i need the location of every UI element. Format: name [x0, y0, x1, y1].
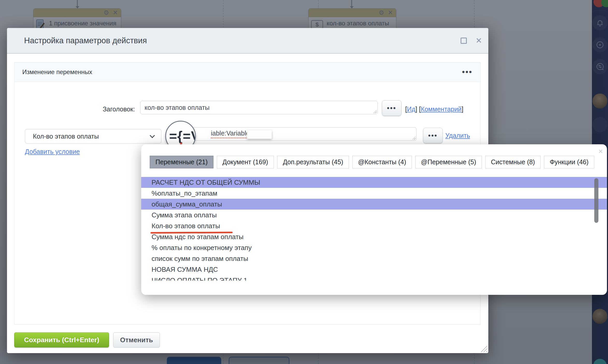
popup-scrollbar-thumb[interactable]	[594, 178, 598, 223]
comment-link[interactable]: Комментарий	[421, 105, 461, 113]
tab-2[interactable]: Доп.результаты (45)	[277, 156, 349, 168]
activity-menu-dots-icon[interactable]: •••	[462, 71, 473, 73]
variable-list: РАСЧЕТ НДС ОТ ОБЩЕЙ СУММЫ%оплаты_по_этап…	[141, 177, 607, 281]
list-item[interactable]: список сумм по этапам оплаты	[141, 253, 607, 264]
tab-5[interactable]: Системные (8)	[485, 156, 541, 168]
title-more-button[interactable]: •••	[382, 100, 402, 116]
add-condition-link[interactable]: Добавить условие	[25, 148, 80, 155]
list-item[interactable]: % оплаты по конкретному этапу	[141, 242, 607, 253]
tab-6[interactable]: Функции (46)	[544, 156, 594, 168]
modal-close-icon[interactable]: ✕	[476, 38, 482, 44]
variable-select-value: Кол-во этапов оплаты	[33, 133, 99, 140]
list-item-label: Сумма этапа оплаты	[152, 211, 217, 219]
list-item-label: РАСЧЕТ НДС ОТ ОБЩЕЙ СУММЫ	[152, 179, 260, 186]
variable-select[interactable]: Кол-во этапов оплаты	[25, 129, 161, 144]
modal-title: Настройка параметров действия	[24, 36, 147, 45]
tab-3[interactable]: @Константы (4)	[352, 156, 412, 168]
list-item[interactable]: общая_сумма_оплаты	[141, 199, 607, 210]
list-item-label: % оплаты по конкретному этапу	[152, 244, 252, 252]
screen: ⚙ ✕ 1 присвоение значения этапу 1	[0, 0, 608, 364]
delete-condition-link[interactable]: Удалить	[445, 132, 470, 139]
list-item-label: Сумма ндс по этапам оплаты	[152, 233, 244, 241]
bracket: ]	[462, 105, 463, 113]
list-item-label: ЧИСЛО ОПЛАТЫ ПО ЭТАПУ 1	[152, 276, 247, 281]
list-item[interactable]: Кол-во этапов оплаты	[141, 220, 607, 231]
title-input[interactable]: кол-во этапов оплаты	[140, 101, 378, 114]
cancel-button[interactable]: Отменить	[113, 332, 160, 347]
list-item[interactable]: НОВАЯ СУММА НДС	[141, 264, 607, 275]
id-link[interactable]: Ид	[407, 105, 416, 113]
bracket: [	[405, 105, 407, 113]
tab-4[interactable]: @Переменные (5)	[415, 156, 482, 168]
list-item-label: %оплаты_по_этапам	[152, 189, 217, 197]
meta-links: [Ид] [Комментарий]	[405, 105, 463, 113]
title-field-label: Заголовок:	[92, 105, 135, 113]
modal-header: Настройка параметров действия ✕	[7, 28, 488, 54]
tab-0[interactable]: Переменные (21)	[150, 156, 213, 168]
activity-title: Изменение переменных	[22, 68, 92, 76]
list-item-label: Кол-во этапов оплаты	[152, 220, 220, 231]
list-item[interactable]: ЧИСЛО ОПЛАТЫ ПО ЭТАПУ 1	[141, 275, 607, 281]
maximize-icon[interactable]	[461, 38, 467, 44]
popup-tabs: Переменные (21)Документ (169)Доп.результ…	[150, 156, 594, 168]
list-item[interactable]: %оплаты_по_этапам	[141, 188, 607, 199]
activity-panel-header: Изменение переменных •••	[15, 62, 480, 82]
autocomplete-hint-box	[247, 130, 272, 139]
modal-resize-grip-icon[interactable]	[481, 345, 487, 352]
list-item-label: список сумм по этапам оплаты	[152, 255, 248, 262]
resize-grip-icon[interactable]	[373, 110, 377, 113]
variables-popup: × Переменные (21)Документ (169)Доп.резул…	[141, 144, 607, 295]
resize-grip-icon[interactable]	[412, 136, 416, 140]
bracket: ]	[416, 105, 417, 113]
tab-1[interactable]: Документ (169)	[217, 156, 274, 168]
title-input-value: кол-во этапов оплаты	[145, 104, 210, 111]
expression-input[interactable]: iable:Variable5}+1	[182, 127, 417, 141]
list-item[interactable]: Сумма этапа оплаты	[141, 210, 607, 220]
list-item-label: общая_сумма_оплаты	[152, 200, 222, 208]
list-item-label: НОВАЯ СУММА НДС	[152, 266, 218, 273]
list-item[interactable]: РАСЧЕТ НДС ОТ ОБЩЕЙ СУММЫ	[141, 177, 607, 188]
save-button[interactable]: Сохранить (Ctrl+Enter)	[14, 332, 109, 347]
chevron-down-icon	[150, 133, 155, 138]
expression-more-button[interactable]: •••	[423, 128, 443, 143]
popup-close-icon[interactable]: ×	[598, 147, 603, 156]
magnified-expression-text: ={=V	[166, 128, 196, 144]
